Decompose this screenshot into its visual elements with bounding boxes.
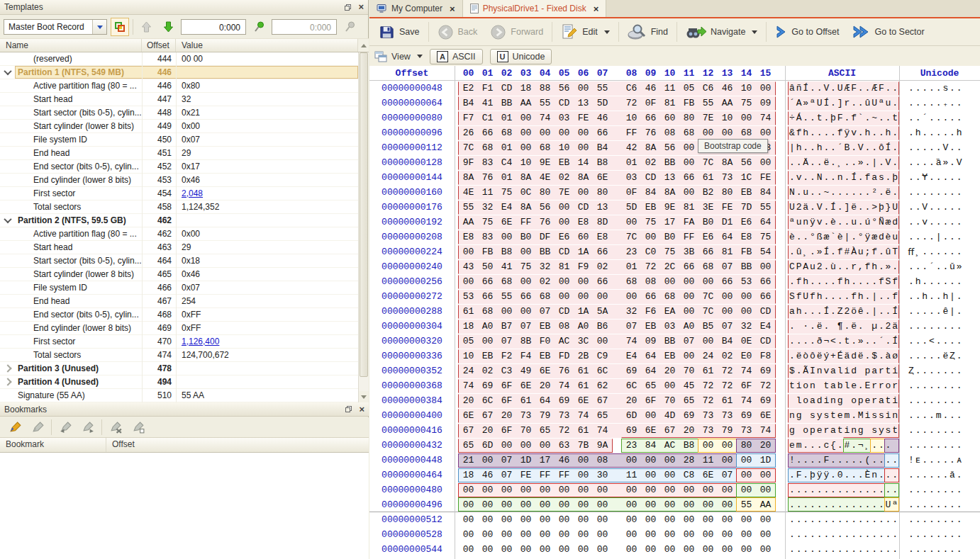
hex-byte[interactable]: 00 bbox=[679, 291, 698, 302]
hex-byte[interactable]: 10 bbox=[718, 113, 737, 123]
template-row[interactable]: End cylinder (lower 8 bits)4690xFF bbox=[0, 322, 358, 335]
hex-byte[interactable]: 64 bbox=[718, 232, 737, 242]
hex-byte[interactable]: 00 bbox=[555, 217, 574, 227]
hex-row[interactable]: 00000000208E88300B0DFE660E87C00B0FFE664E… bbox=[369, 230, 980, 244]
hex-byte[interactable]: 01 bbox=[497, 113, 516, 123]
hex-byte[interactable]: 66 bbox=[641, 113, 660, 123]
hex-byte[interactable]: 9A bbox=[593, 440, 612, 451]
hex-byte[interactable]: 00 bbox=[660, 470, 679, 480]
combo-dropdown-button[interactable] bbox=[92, 20, 106, 34]
hex-row[interactable]: 000000004482100071D174600080000002811000… bbox=[369, 453, 980, 468]
hex-byte[interactable]: 2C bbox=[660, 261, 679, 272]
hex-byte[interactable]: E6 bbox=[555, 232, 574, 242]
hex-byte[interactable]: 8A bbox=[459, 172, 478, 183]
hex-byte[interactable]: 88 bbox=[535, 83, 555, 94]
hex-byte[interactable]: 56 bbox=[737, 157, 756, 168]
hex-byte[interactable]: 69 bbox=[756, 366, 775, 376]
hex-byte[interactable]: 00 bbox=[535, 529, 555, 540]
hex-byte[interactable]: 00 bbox=[622, 455, 641, 465]
ascii-cell[interactable]: loading operati bbox=[785, 394, 899, 408]
hex-byte[interactable]: 00 bbox=[679, 544, 698, 555]
hex-byte[interactable]: 00 bbox=[737, 544, 756, 555]
tab-close-icon[interactable]: × bbox=[594, 4, 599, 14]
hex-byte[interactable]: AA bbox=[516, 98, 535, 108]
hex-byte[interactable]: 6E bbox=[535, 366, 555, 376]
hex-byte[interactable]: B0 bbox=[698, 217, 718, 227]
hex-byte[interactable]: 00 bbox=[660, 485, 679, 495]
template-row[interactable]: Total sectors474124,700,672 bbox=[0, 349, 358, 362]
hex-byte[interactable]: FD bbox=[555, 351, 574, 361]
hex-byte[interactable]: 73 bbox=[698, 410, 718, 421]
hex-byte[interactable]: E6 bbox=[698, 232, 718, 242]
unicode-cell[interactable]: ......ǎ. bbox=[899, 470, 980, 480]
template-row[interactable]: File system ID4660x07 bbox=[0, 281, 358, 295]
hex-byte[interactable]: 81 bbox=[660, 98, 679, 108]
hex-row[interactable]: 0000000049600000000000000000000000000005… bbox=[369, 497, 980, 512]
ascii-cell[interactable]: g operating syst bbox=[785, 424, 899, 438]
hex-byte[interactable]: 00 bbox=[555, 485, 574, 495]
unicode-cell[interactable]: .....ѕ.. bbox=[899, 83, 980, 94]
hex-byte[interactable]: 00 bbox=[574, 470, 593, 480]
hex-byte[interactable]: 20 bbox=[478, 425, 497, 436]
template-row[interactable]: First sector4542,048 bbox=[0, 187, 358, 201]
template-row[interactable]: Active partition flag (80 = ...4460x80 bbox=[0, 79, 358, 93]
hex-byte[interactable]: 00 bbox=[574, 544, 593, 555]
unicode-cell[interactable]: Ȥ....... bbox=[899, 366, 980, 376]
hex-byte[interactable]: 00 bbox=[478, 529, 497, 540]
unicode-cell[interactable]: .....ëȤ. bbox=[899, 351, 980, 361]
hex-byte[interactable]: 72 bbox=[622, 98, 641, 108]
hex-byte[interactable]: 64 bbox=[535, 395, 555, 406]
hex-byte[interactable]: 6C bbox=[622, 380, 641, 391]
hex-byte[interactable]: 65 bbox=[535, 425, 555, 436]
hex-byte[interactable]: 61 bbox=[698, 172, 718, 183]
hex-row[interactable]: 00000000192AA756EFF7600E88D007517FAB0D1E… bbox=[369, 215, 980, 230]
hex-byte[interactable]: B4 bbox=[459, 98, 478, 108]
template-row[interactable]: Partition 1 (NTFS, 549 MB)446 bbox=[0, 66, 358, 79]
edit-button[interactable]: Edit bbox=[555, 21, 616, 43]
hex-byte[interactable]: 00 bbox=[679, 157, 698, 168]
ascii-cell[interactable]: !....F.....(.... bbox=[785, 453, 899, 468]
ascii-cell[interactable]: .v..N..n.Í.fas.þ bbox=[785, 171, 899, 185]
template-row[interactable]: First sector4701,126,400 bbox=[0, 335, 358, 349]
hex-byte[interactable]: 00 bbox=[737, 455, 756, 465]
hex-byte[interactable]: 00 bbox=[478, 336, 497, 346]
hex-byte[interactable]: 67 bbox=[593, 395, 612, 406]
hex-row[interactable]: 0000000052800000000000000000000000000000… bbox=[369, 527, 980, 542]
hex-byte[interactable]: 0E bbox=[737, 336, 756, 346]
template-row[interactable]: Signature (55 AA)51055 AA bbox=[0, 389, 358, 402]
hex-byte[interactable]: B4 bbox=[593, 142, 612, 153]
hex-byte[interactable]: 7C bbox=[698, 157, 718, 168]
hex-byte[interactable]: 00 bbox=[535, 128, 555, 138]
hex-byte[interactable]: 00 bbox=[641, 410, 660, 421]
hex-byte[interactable]: 80 bbox=[718, 187, 737, 198]
hex-byte[interactable]: 74 bbox=[593, 425, 612, 436]
unicode-cell[interactable]: ..v..... bbox=[899, 217, 980, 227]
hex-byte[interactable]: 00 bbox=[622, 499, 641, 510]
hex-byte[interactable]: 11 bbox=[622, 470, 641, 480]
close-panel-icon[interactable]: × bbox=[358, 4, 364, 11]
ascii-cell[interactable]: .fh....fh....fSf bbox=[785, 275, 899, 289]
hex-byte[interactable]: 76 bbox=[535, 217, 555, 227]
hex-byte[interactable]: 66 bbox=[756, 276, 775, 287]
chevron-expanded-icon[interactable] bbox=[4, 215, 11, 223]
hex-byte[interactable]: 02 bbox=[718, 351, 737, 361]
hex-byte[interactable]: 68 bbox=[622, 276, 641, 287]
hex-byte[interactable]: 05 bbox=[459, 336, 478, 346]
column-header-offset[interactable]: Offset bbox=[142, 39, 176, 52]
hex-byte[interactable]: 00 bbox=[516, 440, 535, 451]
hex-byte[interactable]: 1C bbox=[737, 172, 756, 183]
ascii-toggle-button[interactable]: A ASCII bbox=[430, 49, 483, 64]
hex-byte[interactable]: 00 bbox=[478, 485, 497, 495]
hex-byte[interactable]: 68 bbox=[535, 142, 555, 153]
unicode-cell[interactable]: ........ bbox=[899, 425, 980, 436]
hex-byte[interactable]: F8 bbox=[756, 351, 775, 361]
unicode-cell[interactable]: ..h..h|. bbox=[899, 291, 980, 302]
hex-byte[interactable]: 5D bbox=[622, 202, 641, 213]
unicode-cell[interactable]: .h...... bbox=[899, 276, 980, 287]
hex-byte[interactable]: 81 bbox=[718, 247, 737, 257]
add-bookmark-button[interactable] bbox=[6, 418, 24, 436]
hex-row[interactable]: 00000000432656D000000637B9A2384ACB800008… bbox=[369, 438, 980, 453]
hex-byte[interactable]: C8 bbox=[679, 470, 698, 480]
hex-byte[interactable]: CD bbox=[497, 83, 516, 94]
hex-byte[interactable]: 68 bbox=[478, 142, 497, 153]
